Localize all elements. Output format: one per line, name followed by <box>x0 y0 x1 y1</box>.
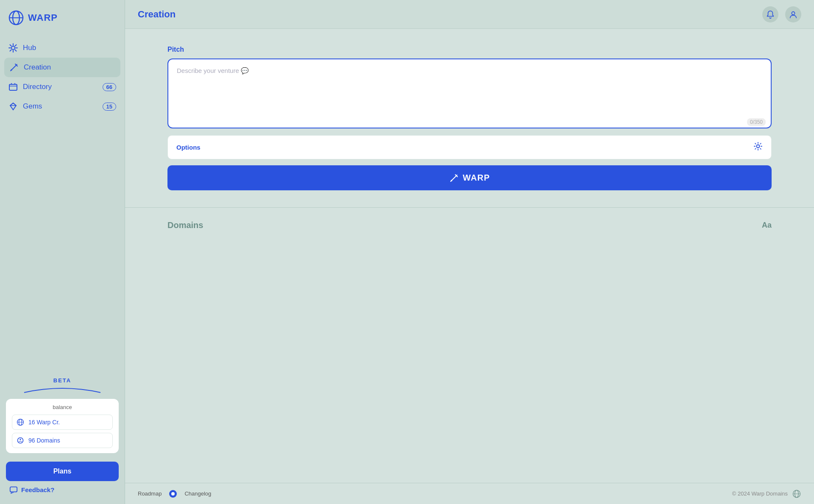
warp-logo-icon <box>8 10 24 25</box>
warp-button[interactable]: WARP <box>167 165 772 190</box>
top-header: Creation <box>125 0 814 29</box>
plans-button[interactable]: Plans <box>6 462 119 481</box>
gems-badge: 15 <box>103 103 116 111</box>
gems-icon <box>8 102 18 111</box>
creation-section: Pitch 0/350 Options WARP <box>125 29 814 208</box>
sidebar-item-hub[interactable]: Hub <box>0 38 125 58</box>
notifications-button[interactable] <box>762 6 778 22</box>
svg-line-18 <box>10 103 13 106</box>
sidebar-item-gems-label: Gems <box>23 102 42 111</box>
header-icons <box>762 6 801 22</box>
feedback-row[interactable]: Feedback? <box>6 481 119 494</box>
footer: Roadmap Changelog © 2024 Warp Domains <box>125 483 814 504</box>
options-bar[interactable]: Options <box>167 135 772 159</box>
svg-rect-25 <box>10 487 17 492</box>
domains-section: Domains Aa <box>125 208 814 483</box>
sidebar-item-directory-label: Directory <box>23 83 52 91</box>
directory-icon <box>8 82 18 92</box>
changelog-link[interactable]: Changelog <box>184 490 211 497</box>
warp-credits-icon <box>17 418 24 426</box>
font-toggle[interactable]: Aa <box>762 221 772 230</box>
domains-title: Domains <box>167 220 203 230</box>
sidebar-item-gems[interactable]: Gems 15 <box>0 97 125 116</box>
sidebar-item-hub-label: Hub <box>23 44 36 52</box>
svg-line-9 <box>15 50 17 51</box>
bell-icon <box>766 10 775 19</box>
svg-line-19 <box>13 103 16 106</box>
svg-point-23 <box>17 437 23 443</box>
svg-rect-12 <box>9 84 17 90</box>
app-name: WARP <box>28 12 58 23</box>
pitch-textarea-wrapper: 0/350 <box>167 58 772 130</box>
svg-marker-16 <box>10 103 16 110</box>
footer-warp-icon <box>792 489 801 498</box>
svg-point-28 <box>171 492 175 496</box>
sidebar-bottom: BETA balance 16 Warp Cr. <box>0 370 125 504</box>
balance-label: balance <box>12 404 113 410</box>
domains-icon <box>17 437 24 444</box>
options-label: Options <box>176 144 201 151</box>
page-title: Creation <box>138 9 176 20</box>
sidebar-item-creation-label: Creation <box>24 63 51 72</box>
logo-area[interactable]: WARP <box>0 0 125 34</box>
changelog-dot <box>169 490 177 498</box>
beta-arc <box>6 386 119 395</box>
balance-card: balance 16 Warp Cr. 96 Domains <box>6 399 119 453</box>
sidebar-item-creation[interactable]: Creation <box>4 58 120 77</box>
svg-point-24 <box>20 439 21 440</box>
svg-point-3 <box>11 46 15 50</box>
warp-credits-row[interactable]: 16 Warp Cr. <box>12 415 113 430</box>
domains-value: 96 Domains <box>28 437 60 444</box>
user-icon <box>789 10 797 19</box>
svg-line-11 <box>10 50 11 51</box>
domains-row[interactable]: 96 Domains <box>12 433 113 448</box>
svg-point-26 <box>792 11 794 14</box>
gear-icon <box>753 142 763 153</box>
footer-right: © 2024 Warp Domains <box>732 489 801 498</box>
warp-credits-value: 16 Warp Cr. <box>28 419 60 426</box>
copyright-text: © 2024 Warp Domains <box>732 490 788 497</box>
svg-point-27 <box>757 145 760 148</box>
warp-button-icon <box>449 173 459 183</box>
svg-line-8 <box>10 45 11 46</box>
user-button[interactable] <box>785 6 801 22</box>
char-count: 0/350 <box>747 118 766 126</box>
main-content: Creation Pitch 0/350 Options <box>125 0 814 504</box>
domains-header: Domains Aa <box>167 220 772 230</box>
sidebar: WARP Hub <box>0 0 125 504</box>
roadmap-link[interactable]: Roadmap <box>138 490 162 497</box>
footer-links: Roadmap Changelog <box>138 490 211 498</box>
directory-badge: 66 <box>103 83 116 91</box>
feedback-icon <box>9 485 18 494</box>
pitch-textarea[interactable] <box>167 58 772 128</box>
sidebar-item-directory[interactable]: Directory 66 <box>0 77 125 97</box>
beta-label: BETA <box>6 377 119 384</box>
svg-line-10 <box>15 45 17 46</box>
feedback-label: Feedback? <box>21 486 54 493</box>
pitch-label: Pitch <box>167 46 772 53</box>
nav-list: Hub Creation Dire <box>0 34 125 370</box>
hub-icon <box>8 43 18 53</box>
warp-button-label: WARP <box>463 173 490 183</box>
creation-icon <box>9 63 19 72</box>
